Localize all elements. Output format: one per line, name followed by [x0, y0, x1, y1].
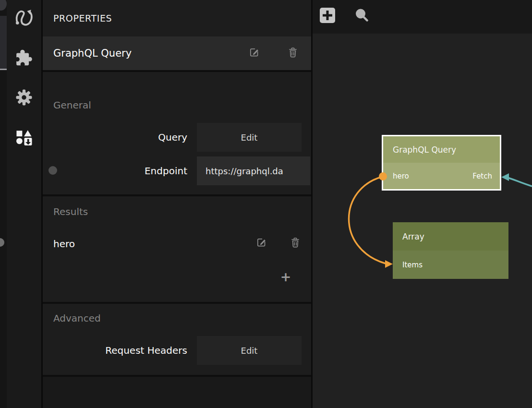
app-window: PROPERTIES GraphQL Query: [0, 0, 532, 408]
query-label: Query: [43, 123, 187, 152]
canvas-node-graphql-query[interactable]: GraphQL Query hero Fetch: [382, 135, 501, 191]
advanced-section-label: Advanced: [53, 311, 101, 325]
selected-node-row[interactable]: GraphQL Query: [43, 36, 311, 70]
components-shapes-icon: [13, 127, 35, 150]
gear-icon: [13, 87, 35, 110]
request-headers-edit-button-label: Edit: [241, 346, 258, 356]
delete-result-button[interactable]: [289, 237, 302, 250]
edge-circle-decoration: [0, 0, 7, 11]
request-headers-edit-button[interactable]: Edit: [197, 336, 302, 365]
panel-footer-area: [43, 377, 311, 408]
node-canvas[interactable]: GraphQL Query hero Fetch Array Items: [313, 0, 532, 408]
request-headers-label: Request Headers: [43, 336, 187, 365]
properties-header: PROPERTIES: [43, 0, 311, 36]
connection-offscreen-to-fetch: [501, 173, 532, 186]
port-hero[interactable]: hero: [393, 172, 409, 180]
query-edit-button[interactable]: Edit: [197, 123, 302, 152]
delete-node-button[interactable]: [287, 47, 299, 60]
trash-icon: [290, 237, 301, 250]
section-divider: [43, 70, 311, 72]
edit-pencil-icon: [249, 47, 260, 60]
properties-title: PROPERTIES: [53, 13, 112, 24]
endpoint-input[interactable]: https://graphql.da: [197, 156, 310, 185]
hero-output-port-dot[interactable]: [379, 172, 387, 180]
edge-divider: [0, 69, 7, 70]
puzzle-icon: [14, 48, 34, 70]
add-result-button[interactable]: +: [279, 270, 292, 283]
node-port-row: hero Fetch: [383, 163, 500, 189]
left-edge-panel: [0, 0, 7, 408]
plus-icon: +: [280, 269, 291, 284]
add-node-button[interactable]: [319, 8, 336, 25]
icon-sidebar: [7, 0, 43, 408]
rename-result-button[interactable]: [255, 237, 268, 250]
node-port-row: Items: [393, 251, 508, 279]
node-title-bar: GraphQL Query: [383, 136, 500, 163]
section-divider: [43, 302, 311, 304]
node-title: Array: [402, 232, 424, 241]
rename-node-button[interactable]: [248, 47, 261, 60]
results-section-label: Results: [53, 204, 88, 219]
search-icon: [353, 7, 370, 26]
properties-panel: PROPERTIES GraphQL Query: [43, 0, 313, 408]
query-edit-button-label: Edit: [241, 132, 258, 143]
panel-drag-handle[interactable]: [0, 238, 4, 247]
connection-wires: [313, 0, 532, 408]
canvas-toolbar: [313, 0, 532, 34]
general-section-label: General: [53, 98, 91, 112]
endpoint-value: https://graphql.da: [206, 166, 283, 176]
sidebar-item-plugins[interactable]: [13, 48, 35, 70]
sidebar-item-node-graph[interactable]: [13, 7, 35, 28]
node-connections-icon: [13, 6, 35, 29]
sidebar-item-settings[interactable]: [13, 88, 35, 109]
edge-panel-fragment: [0, 16, 7, 69]
node-title-bar: Array: [393, 222, 508, 251]
search-button[interactable]: [353, 8, 370, 25]
add-node-icon: [319, 7, 336, 26]
trash-icon: [288, 47, 298, 60]
endpoint-label: Endpoint: [43, 156, 187, 185]
result-item-hero: hero: [53, 230, 75, 257]
port-items[interactable]: Items: [402, 261, 423, 269]
canvas-node-array[interactable]: Array Items: [393, 222, 508, 279]
edit-pencil-icon: [256, 237, 267, 250]
sidebar-item-components[interactable]: [13, 128, 35, 149]
section-divider: [43, 194, 311, 196]
port-fetch[interactable]: Fetch: [472, 172, 492, 180]
node-title: GraphQL Query: [393, 145, 456, 155]
selected-node-title: GraphQL Query: [53, 36, 132, 70]
